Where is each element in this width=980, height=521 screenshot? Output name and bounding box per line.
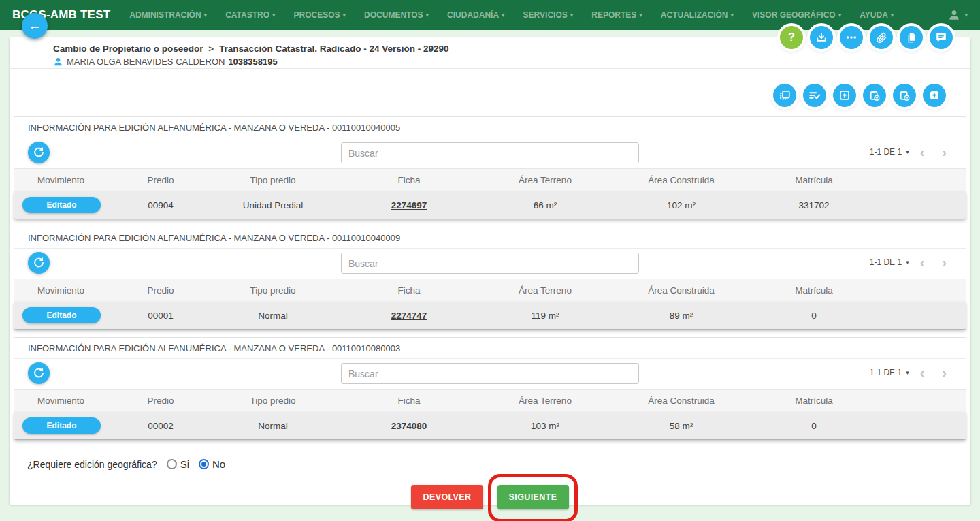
next-page-button[interactable]: ›: [935, 366, 953, 379]
siguiente-button[interactable]: SIGUIENTE: [497, 485, 569, 509]
comments-button[interactable]: [930, 26, 953, 49]
user-menu[interactable]: [947, 8, 968, 22]
pagination-label[interactable]: 1-1 DE 1: [870, 257, 902, 267]
applicant-line: MARIA OLGA BENAVIDES CALDERON 1038358195: [53, 57, 970, 67]
menu-reportes[interactable]: REPORTES: [591, 10, 642, 20]
table-header: Movimiento Predio Tipo predio Ficha Área…: [14, 389, 966, 412]
col-tipo-predio: Tipo predio: [205, 175, 341, 185]
refresh-icon: [33, 257, 45, 269]
devolver-button[interactable]: DEVOLVER: [411, 485, 483, 509]
radio-icon[interactable]: [199, 459, 209, 469]
arrow-left-icon: ←: [29, 18, 42, 33]
cell-area-terreno: 66 m²: [477, 200, 613, 210]
menu-ayuda[interactable]: AYUDA: [860, 10, 894, 20]
scan-button[interactable]: [773, 84, 796, 107]
history-button[interactable]: [840, 26, 863, 49]
menu-procesos[interactable]: PROCESOS: [294, 10, 346, 20]
menu-catastro[interactable]: CATASTRO: [225, 10, 275, 20]
download-button[interactable]: [810, 26, 833, 49]
menu-servicios[interactable]: SERVICIOS: [523, 10, 574, 20]
menu-visor-geografico[interactable]: VISOR GEOGRÁFICO: [752, 10, 841, 20]
table-header: Movimiento Predio Tipo predio Ficha Área…: [14, 279, 966, 302]
attachments-button[interactable]: [870, 26, 893, 49]
menu-actualizacion[interactable]: ACTUALIZACIÓN: [661, 10, 734, 20]
task-check-icon: [808, 89, 821, 101]
export-icon: [928, 89, 941, 101]
chevron-down-icon: ▾: [906, 259, 909, 266]
refresh-icon: [33, 146, 45, 159]
menu-administracion[interactable]: ADMINISTRACIÓN: [129, 10, 207, 20]
upload-box-button[interactable]: [833, 84, 856, 107]
breadcrumb-root[interactable]: Cambio de Propietario o poseedor: [53, 44, 203, 54]
cell-tipo-predio: Normal: [205, 421, 341, 431]
table-row: Editado 00904 Unidad Predial 2274697 66 …: [14, 191, 966, 219]
main-card: ← Cambio de Propietario o poseedor > Tra…: [10, 37, 970, 505]
copy-documents-button[interactable]: [900, 26, 923, 49]
refresh-button[interactable]: [28, 362, 50, 384]
prev-page-button[interactable]: ‹: [913, 255, 932, 269]
col-movimiento: Movimiento: [14, 285, 116, 296]
radio-option-si[interactable]: Si: [167, 458, 189, 470]
cell-area-terreno: 119 m²: [477, 311, 613, 321]
cell-predio: 00002: [116, 421, 205, 431]
section-manzana-2: INFORMACIÓN PARA EDICIÓN ALFANUMÉRICA - …: [14, 227, 966, 330]
ficha-link[interactable]: 2274747: [391, 311, 427, 321]
action-buttons-row: DEVOLVER SIGUIENTE: [10, 485, 970, 509]
ficha-link[interactable]: 2374080: [391, 421, 427, 431]
col-area-terreno: Área Terreno: [477, 285, 613, 296]
refresh-icon: [33, 367, 45, 379]
menu-ciudadania[interactable]: CIUDADANÍA: [447, 10, 505, 20]
prev-page-button[interactable]: ‹: [913, 366, 932, 379]
movimiento-badge[interactable]: Editado: [22, 197, 101, 213]
next-page-button[interactable]: ›: [935, 255, 953, 269]
search-input[interactable]: [341, 142, 639, 163]
col-predio: Predio: [116, 396, 205, 406]
refresh-button[interactable]: [28, 252, 50, 274]
section-title: INFORMACIÓN PARA EDICIÓN ALFANUMÉRICA - …: [14, 338, 966, 359]
col-predio: Predio: [116, 175, 205, 185]
radio-label-si: Si: [180, 458, 189, 470]
radio-icon[interactable]: [167, 459, 177, 469]
export-button[interactable]: [923, 84, 946, 107]
section-toolbar: 1-1 DE 1 ▾ ‹ ›: [14, 249, 966, 279]
next-page-button[interactable]: ›: [935, 145, 953, 159]
pagination-label[interactable]: 1-1 DE 1: [870, 368, 902, 377]
help-button[interactable]: ?: [780, 26, 803, 49]
menu-documentos[interactable]: DOCUMENTOS: [364, 10, 429, 20]
cell-matricula: 0: [749, 311, 879, 321]
clipboard-remove-button[interactable]: [863, 84, 886, 107]
movimiento-badge[interactable]: Editado: [22, 307, 101, 323]
applicant-id: 1038358195: [228, 57, 277, 67]
radio-option-no[interactable]: No: [199, 458, 225, 470]
chevron-down-icon: ▾: [906, 369, 909, 376]
radio-label-no: No: [212, 458, 225, 470]
col-movimiento: Movimiento: [14, 175, 116, 185]
prev-page-button[interactable]: ‹: [913, 145, 932, 159]
cell-predio: 00001: [116, 311, 205, 321]
paperclip-icon: [876, 32, 887, 44]
pagination: 1-1 DE 1 ▾ ‹ ›: [870, 145, 953, 159]
search-input[interactable]: [341, 253, 639, 274]
scan-icon: [779, 89, 791, 101]
help-icon: ?: [788, 31, 795, 44]
download-icon: [815, 31, 828, 44]
cell-predio: 00904: [116, 200, 205, 210]
back-button[interactable]: ←: [22, 13, 48, 39]
refresh-button[interactable]: [28, 142, 50, 163]
col-matricula: Matrícula: [749, 285, 879, 296]
col-matricula: Matrícula: [749, 396, 879, 406]
section-manzana-3: INFORMACIÓN PARA EDICIÓN ALFANUMÉRICA - …: [14, 337, 966, 440]
table-header: Movimiento Predio Tipo predio Ficha Área…: [14, 168, 966, 191]
pagination-label[interactable]: 1-1 DE 1: [870, 147, 902, 157]
search-input[interactable]: [341, 363, 639, 384]
col-tipo-predio: Tipo predio: [205, 396, 341, 406]
ficha-link[interactable]: 2274697: [391, 200, 427, 210]
section-toolbar: 1-1 DE 1 ▾ ‹ ›: [14, 359, 966, 389]
clipboard-remove-button[interactable]: [893, 84, 916, 107]
movimiento-badge[interactable]: Editado: [22, 417, 101, 434]
clipboard-remove-icon: [868, 89, 881, 101]
col-matricula: Matrícula: [749, 175, 879, 185]
cell-tipo-predio: Unidad Predial: [205, 200, 341, 210]
cell-area-terreno: 103 m²: [477, 421, 613, 431]
task-check-button[interactable]: [803, 84, 826, 107]
